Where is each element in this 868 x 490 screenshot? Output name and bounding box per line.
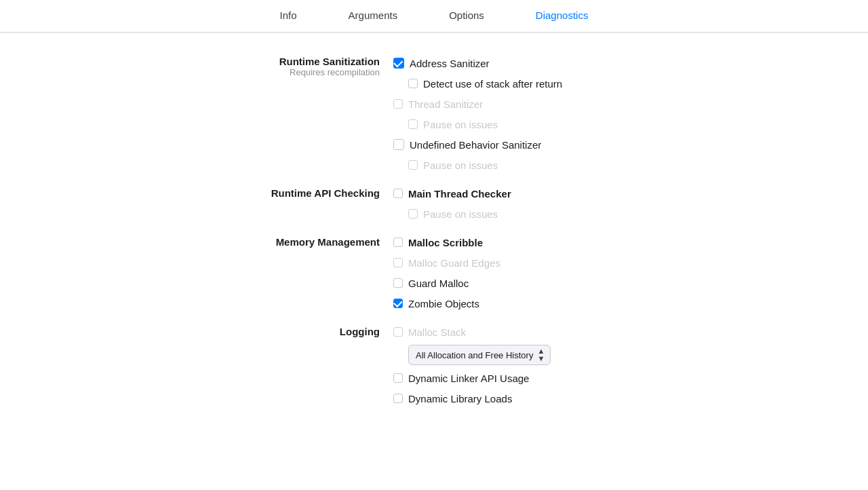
- undefined-behavior-sanitizer-label: Undefined Behavior Sanitizer: [410, 139, 541, 151]
- section-logging: Logging Malloc Stack All Allocation and …: [0, 322, 868, 409]
- allocation-dropdown-value: All Allocation and Free History: [416, 350, 533, 360]
- runtime-api-checking-content: Main Thread Checker Pause on issues: [393, 186, 511, 221]
- tab-diagnostics[interactable]: Diagnostics: [530, 7, 594, 24]
- detect-stack-label: Detect use of stack after return: [423, 78, 562, 90]
- main-thread-checker-row: Main Thread Checker: [393, 186, 511, 201]
- dropdown-arrow-icon: ▲ ▼: [537, 347, 545, 362]
- content-area: Runtime Sanitization Requires recompilat…: [0, 33, 868, 436]
- malloc-scribble-row: Malloc Scribble: [393, 235, 500, 250]
- dynamic-library-loads-label: Dynamic Library Loads: [408, 393, 512, 404]
- malloc-scribble-checkbox[interactable]: [393, 238, 403, 247]
- allocation-dropdown[interactable]: All Allocation and Free History ▲ ▼: [408, 345, 551, 365]
- guard-malloc-row: Guard Malloc: [393, 276, 500, 290]
- pause-issues-thread-label: Pause on issues: [423, 119, 498, 130]
- runtime-sanitization-content: Address Sanitizer Detect use of stack af…: [393, 56, 562, 172]
- pause-issues-thread-row: Pause on issues: [408, 117, 562, 132]
- detect-stack-row: Detect use of stack after return: [408, 76, 562, 91]
- section-label-runtime-api: Runtime API Checking: [0, 186, 393, 221]
- zombie-objects-label: Zombie Objects: [408, 298, 479, 309]
- tab-arguments[interactable]: Arguments: [343, 7, 403, 24]
- malloc-guard-edges-row: Malloc Guard Edges: [393, 255, 500, 270]
- section-runtime-api-checking: Runtime API Checking Main Thread Checker…: [0, 183, 868, 224]
- thread-sanitizer-label: Thread Sanitizer: [408, 98, 483, 110]
- dynamic-linker-api-checkbox[interactable]: [393, 373, 403, 383]
- dynamic-library-loads-row: Dynamic Library Loads: [393, 391, 551, 406]
- runtime-sanitization-sublabel: Requires recompilation: [290, 67, 380, 77]
- main-thread-checker-label: Main Thread Checker: [408, 188, 511, 200]
- malloc-scribble-label: Malloc Scribble: [408, 237, 483, 248]
- logging-content: Malloc Stack All Allocation and Free His…: [393, 324, 551, 406]
- tab-info[interactable]: Info: [275, 7, 302, 24]
- section-runtime-sanitization: Runtime Sanitization Requires recompilat…: [0, 53, 868, 175]
- section-label-logging: Logging: [0, 324, 393, 406]
- runtime-sanitization-label: Runtime Sanitization: [279, 56, 380, 67]
- main-thread-checker-checkbox[interactable]: [393, 189, 403, 198]
- thread-sanitizer-row: Thread Sanitizer: [393, 96, 562, 111]
- malloc-stack-label: Malloc Stack: [408, 326, 466, 338]
- pause-issues-ub-label: Pause on issues: [423, 159, 498, 171]
- section-memory-management: Memory Management Malloc Scribble Malloc…: [0, 232, 868, 314]
- memory-management-content: Malloc Scribble Malloc Guard Edges Guard…: [393, 235, 500, 311]
- guard-malloc-label: Guard Malloc: [408, 278, 469, 289]
- address-sanitizer-checkbox[interactable]: [393, 58, 404, 69]
- pause-issues-main-checkbox[interactable]: [408, 209, 418, 219]
- pause-issues-ub-checkbox[interactable]: [408, 160, 418, 170]
- guard-malloc-checkbox[interactable]: [393, 278, 403, 288]
- malloc-guard-edges-checkbox[interactable]: [393, 258, 403, 267]
- address-sanitizer-label: Address Sanitizer: [410, 58, 490, 69]
- thread-sanitizer-checkbox[interactable]: [393, 99, 403, 109]
- undefined-behavior-sanitizer-row: Undefined Behavior Sanitizer: [393, 137, 562, 152]
- allocation-dropdown-row: All Allocation and Free History ▲ ▼: [408, 345, 551, 365]
- tab-options[interactable]: Options: [443, 7, 490, 24]
- dynamic-library-loads-checkbox[interactable]: [393, 394, 403, 403]
- dynamic-linker-api-row: Dynamic Linker API Usage: [393, 371, 551, 385]
- malloc-stack-checkbox[interactable]: [393, 327, 403, 337]
- zombie-objects-row: Zombie Objects: [393, 296, 500, 311]
- malloc-guard-edges-label: Malloc Guard Edges: [408, 257, 500, 269]
- runtime-api-checking-label: Runtime API Checking: [271, 187, 380, 199]
- address-sanitizer-row: Address Sanitizer: [393, 56, 562, 71]
- pause-issues-thread-checkbox[interactable]: [408, 119, 418, 129]
- logging-label: Logging: [340, 326, 380, 337]
- undefined-behavior-sanitizer-checkbox[interactable]: [393, 139, 404, 150]
- detect-stack-checkbox[interactable]: [408, 79, 418, 88]
- section-label-memory: Memory Management: [0, 235, 393, 311]
- memory-management-label: Memory Management: [276, 236, 380, 248]
- malloc-stack-row: Malloc Stack: [393, 324, 551, 339]
- section-label-runtime-sanitization: Runtime Sanitization Requires recompilat…: [0, 56, 393, 172]
- tab-bar: Info Arguments Options Diagnostics: [0, 0, 868, 33]
- dynamic-linker-api-label: Dynamic Linker API Usage: [408, 373, 529, 384]
- pause-issues-ub-row: Pause on issues: [408, 157, 562, 172]
- zombie-objects-checkbox[interactable]: [393, 299, 403, 308]
- pause-issues-main-label: Pause on issues: [423, 208, 498, 220]
- pause-issues-main-row: Pause on issues: [408, 206, 511, 221]
